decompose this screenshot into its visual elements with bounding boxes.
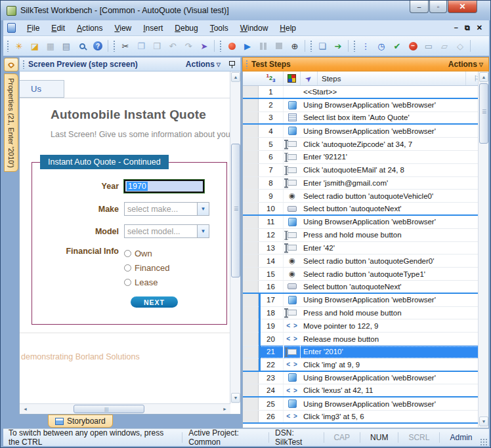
properties-strip-icon-box[interactable] (4, 58, 18, 71)
preview-actions-button[interactable]: Actions ▽ (186, 60, 221, 69)
row-header[interactable] (243, 281, 259, 293)
test-step-row[interactable]: 5Click 'autoquoteZipcode' at 34, 7 (243, 138, 488, 151)
menu-item-window[interactable]: Window (234, 22, 274, 35)
test-step-row[interactable]: 13Enter '42' (243, 242, 488, 255)
radio-option-own[interactable]: Own (124, 247, 169, 260)
copy-screen-button[interactable]: ❏ (315, 39, 330, 53)
cut-button[interactable]: ✂ (118, 39, 133, 53)
row-header[interactable] (243, 372, 259, 384)
storyboard-tab[interactable]: Storyboard (48, 415, 113, 428)
object-column-icon[interactable] (284, 71, 301, 85)
menu-item-debug[interactable]: Debug (169, 22, 203, 35)
row-header[interactable] (243, 294, 259, 306)
row-header[interactable] (243, 359, 259, 371)
copy-button[interactable]: ❐ (134, 39, 148, 53)
steps-column-header[interactable]: Steps (318, 71, 466, 85)
row-header[interactable] (243, 177, 259, 190)
radio-button-icon[interactable] (124, 250, 131, 257)
toolbar-grip[interactable] (113, 40, 116, 52)
export-button[interactable]: ➔ (331, 39, 345, 53)
test-step-row[interactable]: 15◉Select radio button 'autoquoteType1' (243, 268, 488, 281)
chevron-down-icon[interactable]: ▼ (197, 203, 209, 215)
scroll-down-icon[interactable]: ▼ (231, 393, 240, 403)
steps-actions-button[interactable]: Actions ▽ (448, 60, 483, 69)
remove-result-button[interactable]: – (406, 39, 420, 53)
pause-button[interactable] (256, 39, 270, 53)
toolbar-grip[interactable] (353, 40, 356, 52)
toolbar-grip[interactable] (219, 40, 222, 52)
test-step-row[interactable]: 2Using BrowserApplication 'webBrowser' (243, 99, 488, 112)
row-header[interactable] (243, 333, 259, 345)
radio-option-financed[interactable]: Financed (124, 261, 169, 274)
scroll-thumb[interactable] (479, 83, 488, 144)
test-step-row[interactable]: 12Press and hold mouse button (243, 229, 488, 242)
timer-button[interactable]: ◷ (374, 39, 389, 53)
test-step-row[interactable]: 25Using BrowserApplication 'webBrowser' (243, 397, 488, 411)
row-header[interactable] (243, 346, 259, 358)
year-input[interactable]: 1970 (124, 180, 204, 193)
toolbar-grip[interactable] (310, 40, 312, 52)
menu-item-tools[interactable]: Tools (204, 22, 234, 35)
rectangle-button[interactable]: ▭ (421, 39, 436, 53)
row-header[interactable] (243, 255, 259, 267)
menu-item-insert[interactable]: Insert (137, 22, 169, 35)
test-step-row[interactable]: 16Select button 'autoquoteNext' (243, 281, 488, 294)
row-header[interactable] (243, 319, 259, 332)
steps-vertical-scrollbar[interactable]: ▲ ▼ (478, 71, 488, 427)
stop-button[interactable] (272, 39, 286, 53)
panel-grip[interactable] (22, 60, 25, 69)
action-column-icon[interactable]: ➤ (301, 71, 318, 85)
play-button[interactable]: ▶ (240, 39, 255, 53)
page-tab-us[interactable]: Us (20, 80, 64, 98)
mdi-close-button[interactable]: ✕ (477, 24, 482, 32)
parallelogram-button[interactable]: ▱ (437, 39, 452, 53)
scroll-thumb[interactable] (74, 405, 144, 413)
row-header[interactable] (243, 190, 259, 202)
scroll-up-icon[interactable]: ▲ (479, 72, 488, 82)
test-step-row[interactable]: 19< >Move pointer to 122, 9 (243, 319, 488, 333)
test-step-row[interactable]: 26< >Click 'img3' at 5, 6 (243, 411, 488, 424)
scroll-thumb[interactable] (231, 144, 240, 277)
undo-button[interactable]: ↶ (165, 39, 180, 53)
save-button[interactable]: ▦ (43, 39, 58, 53)
next-button[interactable]: NEXT (131, 296, 178, 308)
radio-button-icon[interactable] (124, 279, 131, 286)
row-header[interactable] (243, 242, 259, 255)
row-header[interactable] (243, 268, 259, 280)
menu-item-help[interactable]: Help (274, 22, 302, 35)
flow-button[interactable]: ⋮ (358, 39, 373, 53)
row-header[interactable] (243, 384, 259, 396)
make-select[interactable]: select make... ▼ (124, 202, 209, 216)
test-step-row[interactable]: 8Enter 'jsmith@gmail.com' (243, 177, 488, 190)
radio-button-icon[interactable] (124, 264, 131, 272)
row-header[interactable] (243, 203, 259, 214)
row-header[interactable] (243, 164, 259, 176)
record-button[interactable] (224, 39, 239, 53)
test-step-row[interactable]: 1<<Start>> (243, 86, 488, 99)
preview-horizontal-scrollbar[interactable]: ◄ ► (20, 403, 230, 414)
model-select[interactable]: select model... ▼ (124, 224, 209, 238)
row-header[interactable] (243, 138, 259, 150)
paste-button[interactable]: ❒ (150, 39, 164, 53)
test-step-row[interactable]: 7Click 'autoquoteEMail' at 24, 8 (243, 164, 488, 177)
test-step-row[interactable]: 17Using BrowserApplication 'webBrowser' (243, 294, 488, 307)
row-header[interactable] (243, 112, 259, 124)
menu-item-view[interactable]: View (108, 22, 137, 35)
row-header[interactable] (243, 99, 259, 112)
redo-button[interactable]: ↷ (181, 39, 196, 53)
toolbar-grip[interactable] (7, 40, 9, 52)
row-header[interactable] (243, 307, 259, 319)
row-number-column-icon[interactable]: 123 (259, 71, 284, 85)
close-button[interactable]: ✕ (448, 1, 477, 13)
scroll-up-icon[interactable]: ▲ (231, 72, 240, 82)
maximize-button[interactable]: ▫ (429, 1, 447, 13)
verify-button[interactable]: ✔ (390, 39, 404, 53)
panel-grip[interactable] (245, 60, 248, 69)
row-header[interactable] (243, 86, 259, 98)
menu-item-edit[interactable]: Edit (45, 22, 71, 35)
resize-grip[interactable] (480, 438, 487, 446)
chevron-down-icon[interactable]: ▼ (197, 225, 209, 237)
identify-object-button[interactable]: ⊕ (288, 39, 302, 53)
row-header[interactable] (243, 125, 259, 137)
mdi-minimize-button[interactable]: – (454, 24, 458, 32)
